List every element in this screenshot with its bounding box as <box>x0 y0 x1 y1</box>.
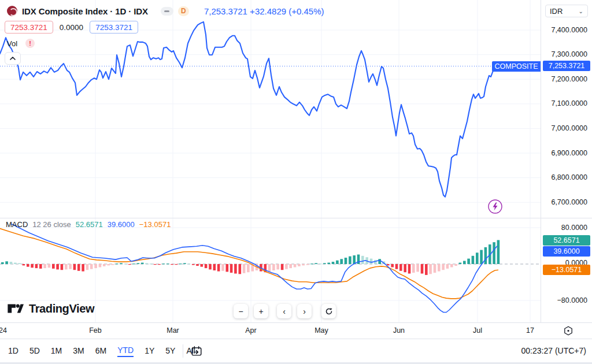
last-quote: 7,253.3721 +32.4829 (+0.45%) <box>204 6 324 16</box>
chart-canvas[interactable] <box>0 0 541 322</box>
macd-line-series <box>12 224 497 313</box>
range-6m[interactable]: 6M <box>95 345 106 356</box>
currency-select[interactable]: IDR ⌄ <box>545 5 588 17</box>
idx-symbol-logo <box>7 6 17 16</box>
macd-hist-badge: 52.6571 <box>543 235 590 246</box>
scale-tick: 6,900.0000 <box>551 149 587 157</box>
toolbar-divider <box>183 344 183 358</box>
scale-tick: 7,100.0000 <box>551 99 587 107</box>
macd-signal-value: −13.0571 <box>139 220 171 229</box>
time-axis[interactable]: 24FebMarAprMayJunJul17 <box>0 322 592 339</box>
reset-icon <box>325 307 333 315</box>
session-clock[interactable]: 00:23:27 (UTC+7) <box>521 346 586 355</box>
vol-label: Vol <box>7 39 17 48</box>
bid-ask-row: 7253.3721 0.0000 7253.3721 <box>5 21 138 34</box>
scale-tick: 7,400.0000 <box>551 26 587 34</box>
interval-badge[interactable]: D <box>178 6 189 16</box>
scale-tick: 7,300.0000 <box>551 50 587 58</box>
scroll-left-button[interactable]: ‹ <box>277 304 291 318</box>
range-3m[interactable]: 3M <box>73 345 84 356</box>
macd-line-value: 39.6000 <box>108 220 135 229</box>
range-5d[interactable]: 5D <box>29 345 40 356</box>
range-1d[interactable]: 1D <box>8 345 18 356</box>
time-label-jun: Jun <box>393 326 405 335</box>
range-1y[interactable]: 1Y <box>145 345 154 356</box>
last-price-badge: 7,253.3721 <box>543 61 590 71</box>
scale-tick: 6,700.0000 <box>551 198 587 206</box>
instant-order-button[interactable] <box>487 199 503 214</box>
buy-price-pill[interactable]: 7253.3721 <box>90 21 138 34</box>
time-label-24: 24 <box>0 326 7 335</box>
scale-tick: 7,200.0000 <box>551 75 587 83</box>
symbol-title[interactable]: IDX Composite Index · 1D · IDX <box>22 6 148 16</box>
zoom-in-button[interactable]: + <box>254 304 268 318</box>
volume-legend: Vol ! <box>7 39 35 48</box>
source-dash-icon[interactable] <box>161 7 173 16</box>
time-label-jul: Jul <box>473 326 482 335</box>
chevron-down-icon: ⌄ <box>579 8 583 14</box>
scroll-right-button[interactable]: › <box>297 304 312 318</box>
bottom-toolbar: 1D5D1M3M6MYTD1Y5YAll 00:23:27 (UTC+7) <box>0 339 592 362</box>
time-label-may: May <box>314 326 328 335</box>
scale-tick: −80.0000 <box>557 296 587 304</box>
sell-price-pill[interactable]: 7253.3721 <box>5 21 53 34</box>
time-label-17: 17 <box>526 326 534 335</box>
range-1m[interactable]: 1M <box>51 345 62 356</box>
pane-divider[interactable] <box>0 218 592 218</box>
gridlines <box>0 0 541 322</box>
scale-tick: 7,000.0000 <box>551 124 587 132</box>
chevron-up-icon <box>9 56 16 61</box>
currency-value: IDR <box>550 7 563 16</box>
tradingview-logo-icon <box>7 301 24 316</box>
macd-legend: MACD 12 26 close 52.6571 39.6000 −13.057… <box>6 220 171 229</box>
macd-line-badge: 39.6000 <box>543 246 590 257</box>
macd-histogram <box>1 240 500 275</box>
reset-chart-button[interactable] <box>321 304 336 318</box>
scale-tick: 80.0000 <box>561 224 587 232</box>
time-label-mar: Mar <box>166 326 179 335</box>
chart-legend-header: IDX Composite Index · 1D · IDX D 7,253.3… <box>7 5 324 17</box>
price-scale[interactable]: IDR ⌄ 7,400.00007,300.00007,200.00007,10… <box>541 0 592 322</box>
collapse-pane-button[interactable] <box>5 52 21 65</box>
go-to-date-icon[interactable] <box>190 345 203 358</box>
range-button-group: 1D5D1M3M6MYTD1Y5YAll <box>8 339 195 362</box>
tradingview-logo[interactable]: TradingView <box>7 301 94 316</box>
vol-warning-icon[interactable]: ! <box>25 39 35 48</box>
macd-name[interactable]: MACD <box>6 220 28 229</box>
price-series[interactable] <box>0 22 498 197</box>
scale-tick: 6,800.0000 <box>551 173 587 181</box>
time-label-apr: Apr <box>245 326 256 335</box>
range-5y[interactable]: 5Y <box>165 345 175 356</box>
time-label-feb: Feb <box>89 326 102 335</box>
tradingview-logo-text: TradingView <box>29 302 94 315</box>
macd-hist-value: 52.6571 <box>76 220 103 229</box>
macd-signal-badge: −13.0571 <box>543 265 590 275</box>
macd-params: 12 26 close <box>32 220 71 229</box>
spread-value: 0.0000 <box>60 23 83 32</box>
zoom-out-button[interactable]: − <box>234 304 248 318</box>
range-ytd[interactable]: YTD <box>117 344 134 357</box>
composite-price-label: COMPOSITE <box>492 61 541 72</box>
scale-settings-icon[interactable] <box>563 325 574 337</box>
tradingview-chart-app: IDX Composite Index · 1D · IDX D 7,253.3… <box>0 0 592 364</box>
